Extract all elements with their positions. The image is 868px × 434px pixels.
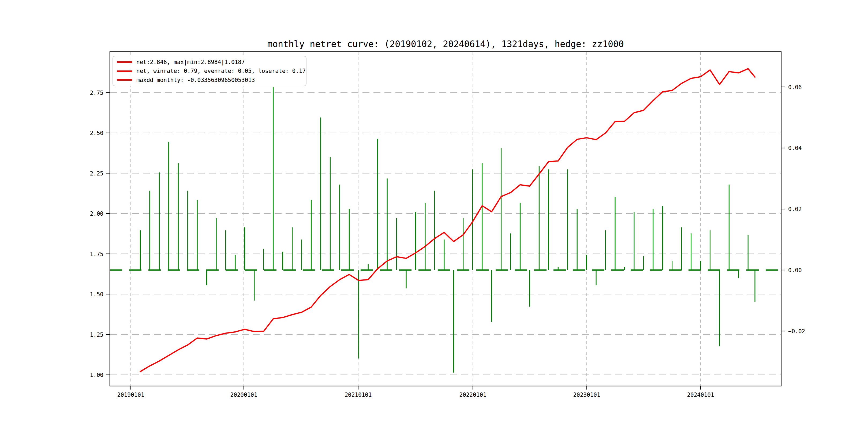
- x-tick-label: 20220101: [459, 392, 486, 398]
- left-tick-label: 2.25: [90, 170, 103, 177]
- legend-label: net:2.846, max|min:2.8984|1.0187: [136, 59, 245, 65]
- left-tick-label: 2.75: [90, 90, 103, 96]
- x-tick-label: 20240101: [687, 392, 714, 398]
- grid-layer: [110, 52, 781, 386]
- right-tick-label: 0.02: [788, 206, 802, 212]
- legend-item: maxdd_monthly: -0.03356309650053013: [117, 77, 306, 83]
- right-tick-label: −0.02: [788, 328, 805, 335]
- figure: 2.752.502.252.001.751.501.251.000.060.04…: [0, 0, 868, 434]
- plot-border: [110, 52, 781, 386]
- left-tick-label: 2.50: [90, 130, 103, 136]
- x-tick-label: 20200101: [230, 392, 257, 398]
- x-tick-label: 20190101: [117, 392, 144, 398]
- chart-title: monthly netret curve: (20190102, 2024061…: [267, 39, 624, 49]
- right-tick-label: 0.04: [788, 145, 802, 151]
- red-line-swatch-icon: [117, 79, 132, 81]
- red-line-swatch-icon: [117, 70, 132, 72]
- legend-item: net, winrate: 0.79, evenrate: 0.05, lose…: [117, 68, 306, 74]
- red-line-swatch-icon: [117, 61, 132, 63]
- left-tick-label: 1.75: [90, 251, 103, 257]
- left-tick-label: 2.00: [90, 211, 103, 217]
- left-tick-label: 1.00: [90, 372, 103, 378]
- left-tick-label: 1.25: [90, 332, 103, 338]
- right-tick-label: 0.00: [788, 267, 802, 274]
- legend-item: net:2.846, max|min:2.8984|1.0187: [117, 59, 306, 65]
- legend: net:2.846, max|min:2.8984|1.0187 net, wi…: [113, 56, 307, 86]
- left-tick-label: 1.50: [90, 291, 103, 298]
- legend-label: net, winrate: 0.79, evenrate: 0.05, lose…: [136, 68, 306, 74]
- return-bars: [140, 87, 755, 373]
- x-tick-label: 20230101: [573, 392, 600, 398]
- right-tick-label: 0.06: [788, 84, 802, 91]
- legend-label: maxdd_monthly: -0.03356309650053013: [136, 77, 255, 83]
- x-tick-label: 20210101: [344, 392, 372, 398]
